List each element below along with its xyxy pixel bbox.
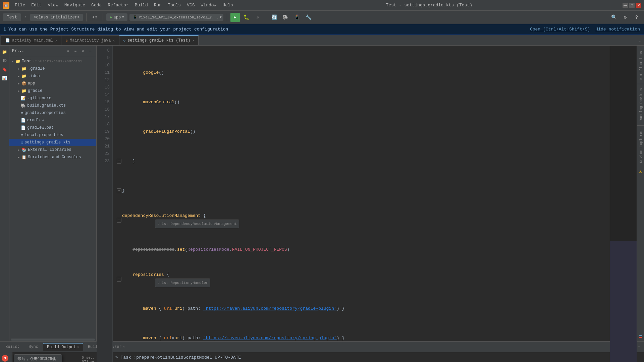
project-tree: ▼ 📁 Test C:\Users\asus\AndroidS ▶ 📁 .gra… — [9, 56, 96, 338]
step3-row: 3 — [2, 355, 10, 362]
panel-collapse-button[interactable]: ≡ — [72, 48, 79, 54]
tab-icon-java: ☕ — [65, 38, 68, 43]
close-build-output-tab[interactable]: ✕ — [77, 345, 79, 349]
tree-item-gradle-dir[interactable]: ▶ 📁 .gradle — [9, 65, 96, 72]
close-tab-xml[interactable]: ✕ — [55, 39, 57, 43]
tree-item-gradlew[interactable]: 📄 gradlew — [9, 117, 96, 124]
avd-button[interactable]: 📱 — [292, 13, 302, 22]
panel-add-button[interactable]: ⊕ — [65, 48, 71, 54]
code-line-9: mavenCentral() — [117, 99, 610, 106]
menu-navigate[interactable]: Navigate — [62, 2, 88, 8]
close-tab-gradle[interactable]: ✕ — [192, 39, 194, 43]
tree-item-build-gradle[interactable]: 🐘 build.gradle.kts — [9, 102, 96, 109]
window-controls: — □ ✕ — [623, 3, 641, 8]
search-everywhere-button[interactable]: 🔍 — [609, 13, 619, 22]
tree-item-settings-gradle[interactable]: ⚙ settings.gradle.kts — [9, 139, 96, 146]
gitignore-icon: 📝 — [21, 96, 26, 101]
device-selector[interactable]: 📱 Pixel_3a_API_34_extension_level_7... ▼ — [129, 14, 223, 21]
close-button[interactable]: ✕ — [636, 3, 641, 8]
fold-marker-13[interactable]: − — [117, 218, 121, 223]
code-line-14: repositoriesMode.set(RepositoriesMode.FA… — [117, 246, 610, 253]
code-content[interactable]: google() mavenCentral() gradlePluginPort… — [113, 46, 610, 362]
tree-item-local-props[interactable]: ⚙ local.properties — [9, 131, 96, 139]
app-folder-icon: 📦 — [21, 81, 26, 86]
open-project-structure-link[interactable]: Open (Ctrl+Alt+Shift+S) — [530, 27, 590, 32]
project-panel-header: Pr... ⊕ ≡ ⚙ — — [9, 46, 96, 56]
fold-marker-12[interactable]: − — [117, 188, 121, 193]
menu-help[interactable]: Help — [220, 2, 235, 8]
tab-activity-main-xml[interactable]: 📄 activity_main.xml ✕ — [1, 35, 61, 45]
title-bar: 🤖 File Edit View Navigate Code Refactor … — [0, 0, 644, 11]
tree-item-gradle-props[interactable]: ⚙ gradle.properties — [9, 109, 96, 117]
run-button[interactable]: ▶ — [230, 13, 240, 22]
code-line-12: − } — [117, 187, 610, 194]
menu-refactor[interactable]: Refactor — [105, 2, 131, 8]
sync-button[interactable]: 🔄 — [270, 13, 279, 22]
toolbar-sep-2 — [103, 13, 103, 21]
profile-button[interactable]: ⚡ — [253, 13, 263, 22]
line-numbers: 8 9 10 11 12 13 14 15 16 17 18 19 20 21 … — [97, 46, 113, 362]
gradle-button[interactable]: 🐘 — [281, 13, 290, 22]
device-explorer-tab[interactable]: Device Explorer — [637, 127, 644, 166]
tree-item-scratches[interactable]: ▶ 📋 Scratches and Consoles — [9, 154, 96, 161]
scratches-icon: 📋 — [21, 155, 26, 160]
menu-vcs[interactable]: VCS — [184, 2, 197, 8]
vcs-update-button[interactable]: ⬇⬆ — [90, 13, 99, 22]
running-devices-tab[interactable]: Running Devices — [637, 85, 644, 124]
toolbar-sep-4 — [266, 13, 266, 21]
menu-view[interactable]: View — [45, 2, 61, 8]
notification-bar: ℹ You can use the Project Structure dial… — [0, 24, 644, 35]
menu-window[interactable]: Window — [198, 2, 219, 8]
menu-build[interactable]: Build — [132, 2, 151, 8]
menu-file[interactable]: File — [12, 2, 28, 8]
panel-minimize-button[interactable]: — — [87, 48, 94, 54]
project-icon[interactable]: 📁 — [1, 48, 8, 56]
app-selector[interactable]: ▶ app ▼ — [106, 13, 127, 21]
help-button[interactable]: ? — [632, 13, 641, 22]
maximize-button[interactable]: □ — [629, 3, 635, 8]
tab-settings-gradle-kts[interactable]: ⚙ settings.gradle.kts (Test) ✕ — [119, 35, 199, 45]
menu-edit[interactable]: Edit — [29, 2, 44, 8]
bookmarks-icon[interactable]: 🔖 — [1, 66, 8, 73]
editor-area: 8 9 10 11 12 13 14 15 16 17 18 19 20 21 … — [97, 46, 637, 341]
sdk-button[interactable]: 🔧 — [304, 13, 313, 22]
settings-button[interactable]: ⚙ — [621, 13, 630, 22]
menu-code[interactable]: Code — [89, 2, 104, 8]
module-selector[interactable]: Test — [3, 13, 21, 21]
close-tab-java[interactable]: ✕ — [113, 39, 115, 43]
code-line-10: gradlePluginPortal() — [117, 128, 610, 135]
resource-manager-icon[interactable]: 🖼 — [1, 57, 8, 64]
debug-button[interactable]: 🐛 — [242, 13, 251, 22]
title-bar-left: 🤖 File Edit View Navigate Code Refactor … — [3, 2, 236, 9]
tree-item-idea[interactable]: ▶ 📁 .idea — [9, 72, 96, 80]
menu-tools[interactable]: Tools — [165, 2, 183, 8]
tree-item-root[interactable]: ▼ 📁 Test C:\Users\asus\AndroidS — [9, 58, 96, 65]
hide-notification-link[interactable]: Hide notification — [595, 27, 640, 32]
fold-marker-15[interactable]: − — [117, 277, 121, 282]
gradle-folder-icon: 📁 — [21, 88, 26, 94]
tree-item-app[interactable]: ▶ 📦 app — [9, 80, 96, 87]
right-vertical-tabs: Notifications Running Devices Device Exp… — [637, 46, 644, 341]
sync-tab[interactable]: Sync — [24, 343, 42, 351]
code-editor[interactable]: 8 9 10 11 12 13 14 15 16 17 18 19 20 21 … — [97, 46, 637, 362]
tree-item-gradle-folder[interactable]: ▶ 📁 gradle — [9, 87, 96, 95]
breadcrumb-class[interactable]: <class initializer> — [30, 14, 83, 21]
structure-icon[interactable]: 📊 — [1, 74, 8, 82]
notification-actions: Open (Ctrl+Alt+Shift+S) Hide notificatio… — [530, 27, 640, 32]
tab-mainactivity-java[interactable]: ☕ MainActivity.java ✕ — [61, 35, 119, 45]
tree-item-external-libraries[interactable]: ▶ 📚 External Libraries — [9, 146, 96, 154]
main-layout: 📁 🖼 🔖 📊 Pr... ⊕ ≡ ⚙ — ▼ 📁 Test C:\Users\… — [0, 46, 644, 341]
notifications-tab[interactable]: Notifications — [637, 48, 644, 82]
tree-item-gitignore[interactable]: 📝 .gitignore — [9, 95, 96, 102]
project-panel-scrollbar[interactable] — [11, 339, 95, 341]
menu-run[interactable]: Run — [151, 2, 164, 8]
step3-tooltip: 最后，点击'重新加载' — [14, 354, 62, 362]
panel-settings-button[interactable]: ⚙ — [79, 48, 86, 54]
minimize-button[interactable]: — — [623, 3, 628, 8]
build-output-tab[interactable]: Build Output ✕ — [43, 343, 83, 351]
fold-marker-11[interactable]: − — [117, 159, 121, 164]
tree-item-gradlew-bat[interactable]: 📄 gradlew.bat — [9, 124, 96, 131]
right-tab-separator-2 — [637, 125, 644, 126]
build-label-tab[interactable]: Build: — [1, 343, 24, 351]
tabs-overflow-button[interactable]: ⋯ — [636, 37, 644, 45]
